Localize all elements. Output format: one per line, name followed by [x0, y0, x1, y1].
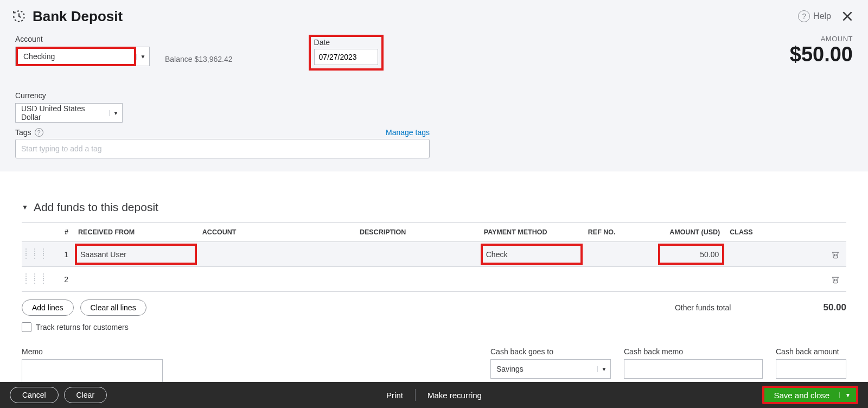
account-label: Account	[15, 35, 150, 43]
col-account: ACCOUNT	[198, 223, 355, 242]
date-label: Date	[314, 38, 378, 47]
cashback-goes-to-select[interactable]: Savings ▼	[490, 359, 611, 379]
row-num: 1	[48, 242, 74, 267]
chevron-down-icon[interactable]: ▼	[839, 392, 856, 398]
help-label: Help	[813, 11, 831, 21]
chevron-down-icon: ▼	[136, 54, 149, 60]
close-button[interactable]	[839, 8, 856, 25]
cashback-goes-to-value: Savings	[491, 365, 597, 373]
clear-button[interactable]: Clear	[64, 387, 107, 403]
date-input[interactable]	[314, 49, 378, 65]
chevron-down-icon: ▼	[109, 110, 122, 116]
history-icon[interactable]	[12, 9, 26, 23]
manage-tags-link[interactable]: Manage tags	[386, 128, 430, 137]
make-recurring-link[interactable]: Make recurring	[416, 391, 494, 400]
cashback-memo-label: Cash back memo	[624, 347, 763, 356]
cashback-amount-input[interactable]	[776, 359, 846, 379]
account-cell[interactable]	[198, 267, 355, 291]
drag-handle-icon[interactable]: ⋮⋮⋮⋮⋮⋮	[22, 249, 48, 258]
table-row[interactable]: ⋮⋮⋮⋮⋮⋮ 1 Saasant User Check 50.00	[22, 242, 846, 267]
ref-no-cell[interactable]	[584, 267, 657, 291]
cancel-button[interactable]: Cancel	[10, 387, 59, 403]
col-payment-method: PAYMENT METHOD	[480, 223, 584, 242]
amount-cell[interactable]	[657, 267, 726, 291]
ref-no-cell[interactable]	[584, 242, 657, 266]
help-icon[interactable]: ?	[35, 128, 43, 137]
amount-label: AMOUNT	[790, 35, 853, 43]
received-from-cell[interactable]: Saasant User	[75, 244, 197, 265]
tags-input[interactable]	[15, 139, 430, 158]
page-title: Bank Deposit	[33, 8, 123, 25]
funds-table: # RECEIVED FROM ACCOUNT DESCRIPTION PAYM…	[22, 222, 846, 292]
col-num: #	[48, 223, 74, 242]
row-num: 2	[48, 267, 74, 292]
delete-row-button[interactable]	[824, 242, 846, 266]
col-description: DESCRIPTION	[355, 223, 480, 242]
amount-cell[interactable]: 50.00	[658, 244, 725, 265]
memo-label: Memo	[22, 347, 163, 356]
print-link[interactable]: Print	[374, 391, 415, 400]
col-amount: AMOUNT (USD)	[657, 223, 726, 242]
add-lines-button[interactable]: Add lines	[22, 299, 74, 316]
payment-method-cell[interactable]: Check	[481, 244, 583, 265]
col-received-from: RECEIVED FROM	[74, 223, 198, 242]
chevron-down-icon: ▼	[597, 366, 610, 372]
class-cell[interactable]	[725, 267, 824, 291]
cashback-amount-label: Cash back amount	[776, 347, 846, 356]
form-panel: Account Checking ▼ Balance $13,962.42 Da…	[0, 33, 868, 171]
cashback-memo-input[interactable]	[624, 359, 763, 379]
section-toggle[interactable]: ▼ Add funds to this deposit	[22, 201, 846, 214]
help-link[interactable]: ? Help	[798, 10, 831, 22]
drag-handle-icon[interactable]: ⋮⋮⋮⋮⋮⋮	[22, 274, 48, 283]
account-select[interactable]: Checking ▼	[15, 47, 150, 66]
tags-label: Tags	[15, 128, 31, 137]
clear-all-lines-button[interactable]: Clear all lines	[80, 299, 146, 316]
currency-label: Currency	[15, 91, 853, 100]
description-cell[interactable]	[355, 267, 480, 291]
col-class: CLASS	[725, 223, 824, 242]
save-and-close-button[interactable]: Save and close ▼	[762, 386, 858, 404]
funds-section: ▼ Add funds to this deposit # RECEIVED F…	[0, 171, 868, 390]
received-from-cell[interactable]	[74, 267, 198, 291]
description-cell[interactable]	[355, 242, 480, 266]
balance-text: Balance $13,962.42	[165, 55, 233, 63]
footer-bar: Cancel Clear Print Make recurring Save a…	[0, 382, 868, 408]
col-ref-no: REF NO.	[584, 223, 657, 242]
amount-value: $50.00	[790, 43, 853, 66]
triangle-down-icon: ▼	[22, 203, 28, 211]
section-title: Add funds to this deposit	[34, 201, 158, 214]
table-row[interactable]: ⋮⋮⋮⋮⋮⋮ 2	[22, 267, 846, 292]
other-funds-total: Other funds total50.00	[675, 302, 846, 313]
page-header: Bank Deposit ? Help	[0, 0, 868, 33]
currency-value: USD United States Dollar	[16, 104, 109, 122]
account-cell[interactable]	[198, 242, 355, 266]
payment-method-cell[interactable]	[480, 267, 584, 291]
track-returns-label: Track returns for customers	[36, 323, 129, 331]
class-cell[interactable]	[725, 242, 824, 266]
cashback-goes-to-label: Cash back goes to	[490, 347, 611, 356]
currency-select[interactable]: USD United States Dollar ▼	[15, 103, 123, 123]
track-returns-checkbox[interactable]	[22, 322, 31, 332]
account-value: Checking	[16, 47, 136, 66]
delete-row-button[interactable]	[824, 267, 846, 291]
help-icon: ?	[798, 10, 810, 22]
